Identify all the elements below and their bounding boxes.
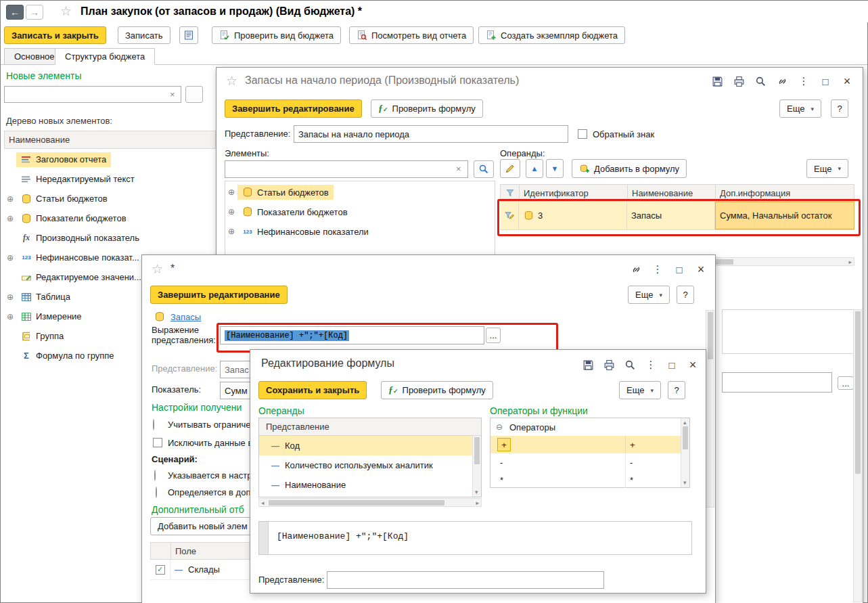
collapse-icon[interactable]: ⊖ <box>495 422 504 432</box>
maximize-icon[interactable]: □ <box>666 359 678 371</box>
search-extra-button[interactable] <box>185 86 203 103</box>
limit-radio[interactable] <box>153 419 154 430</box>
clear-search-icon[interactable]: × <box>170 89 175 99</box>
find-icon[interactable] <box>754 75 767 87</box>
tree-item[interactable]: ⊕ Показатели бюджетов <box>225 202 493 221</box>
operator-row[interactable]: * * <box>490 471 682 489</box>
save-close-button[interactable]: Записать и закрыть <box>4 26 106 44</box>
dialog-star-icon[interactable]: ☆ <box>226 73 237 89</box>
finish-edit-button[interactable]: Завершить редактирование <box>150 286 288 304</box>
expression-input[interactable]: [Наименование] +";"+[Код] <box>220 326 484 344</box>
print-icon[interactable] <box>733 75 745 87</box>
tree-item[interactable]: ⊕ 123Нефинансовые показатели <box>225 222 493 241</box>
save-icon[interactable] <box>711 75 723 87</box>
list-icon-button[interactable] <box>179 26 198 44</box>
presentation-input[interactable]: Запасы на начало периода <box>294 125 568 143</box>
tree-item[interactable]: Редактируемое значени... <box>4 267 139 287</box>
more-menu-icon[interactable]: ⋮ <box>645 359 657 371</box>
tree-item[interactable]: ⊕ Измерение <box>4 307 139 326</box>
exclude-checkbox[interactable] <box>153 438 162 447</box>
operand-item[interactable]: —Код <box>259 436 472 455</box>
operands-hscrollbar[interactable]: ◂ ▸ <box>258 498 482 507</box>
favorite-star-icon[interactable]: ☆ <box>60 3 72 19</box>
check-formula-button[interactable]: ƒ✓Проверить формулу <box>371 99 483 118</box>
tree-item[interactable]: ⊕ Статьи бюджетов <box>4 189 214 208</box>
maximize-icon[interactable]: □ <box>819 75 831 87</box>
operators-vscrollbar[interactable]: ▴ ▾ <box>681 418 689 487</box>
expand-icon[interactable]: ⊕ <box>4 214 16 223</box>
expand-icon[interactable]: ⊕ <box>4 194 16 204</box>
clear-search-icon[interactable]: × <box>456 164 461 174</box>
tree-item[interactable]: ⊕ Таблица <box>4 287 139 307</box>
scenario-add-radio[interactable] <box>156 487 157 498</box>
presentation-input[interactable] <box>327 571 604 589</box>
add-to-formula-button[interactable]: Добавить в формулу <box>572 159 687 178</box>
back-button[interactable]: ← <box>6 5 24 20</box>
choose-button[interactable]: ... <box>838 376 854 390</box>
choose-button[interactable]: ... <box>486 328 501 343</box>
operator-row[interactable]: + + <box>490 436 682 453</box>
expand-icon[interactable]: ⊕ <box>4 312 16 321</box>
forward-button[interactable]: → <box>26 5 43 20</box>
dialog-vscrollbar[interactable] <box>706 310 714 508</box>
elements-search-input[interactable] <box>225 160 468 178</box>
tab-structure[interactable]: Структура бюджета <box>55 48 155 65</box>
tree-item[interactable]: Группа <box>4 326 139 346</box>
dialog-vscrollbar[interactable] <box>853 309 862 602</box>
more-menu-icon[interactable]: ⋮ <box>798 75 810 87</box>
operator-row[interactable]: - - <box>490 453 682 471</box>
move-up-button[interactable]: ▲ <box>526 159 543 178</box>
help-button[interactable]: ? <box>831 99 848 118</box>
operand-item[interactable]: —Наименование <box>259 475 472 495</box>
create-budget-instance-button[interactable]: Создать экземпляр бюджета <box>478 26 625 44</box>
finish-edit-button[interactable]: Завершить редактирование <box>225 99 362 118</box>
close-icon[interactable]: × <box>687 359 699 371</box>
scenario-settings-radio[interactable] <box>154 470 156 481</box>
close-icon[interactable]: × <box>841 75 853 87</box>
reverse-sign-checkbox[interactable] <box>578 129 587 139</box>
operand-item[interactable]: —Количество используемых аналитик <box>259 455 472 475</box>
expand-icon[interactable]: ⊕ <box>4 253 16 263</box>
operators-group-row[interactable]: ⊖Операторы <box>490 418 682 436</box>
check-formula-button[interactable]: ƒ✓Проверить формулу <box>381 381 493 399</box>
maximize-icon[interactable]: □ <box>673 263 685 275</box>
tree-item[interactable]: Нередактируемый текст <box>4 169 214 189</box>
move-down-button[interactable]: ▼ <box>546 159 564 178</box>
operands-vscrollbar[interactable]: ▾ <box>472 436 481 497</box>
check-budget-view-button[interactable]: Проверить вид бюджета <box>212 26 341 44</box>
operand-row[interactable]: 3 Запасы Сумма, Начальный остаток <box>500 202 854 230</box>
help-button[interactable]: ? <box>668 381 685 399</box>
more-button[interactable]: Еще▾ <box>619 381 661 399</box>
row-checkbox[interactable]: ✓ <box>156 565 165 575</box>
expand-icon[interactable]: ⊕ <box>225 207 237 217</box>
more-button[interactable]: Еще▾ <box>779 99 821 118</box>
print-icon[interactable] <box>603 359 615 371</box>
search-button[interactable] <box>474 160 494 178</box>
view-report-button[interactable]: Посмотреть вид отчета <box>349 26 474 44</box>
close-icon[interactable]: × <box>695 263 707 275</box>
help-button[interactable]: ? <box>677 286 694 304</box>
find-icon[interactable] <box>624 359 636 371</box>
new-elements-search-input[interactable] <box>4 86 181 103</box>
tree-item[interactable]: ⊕ Статьи бюджетов <box>225 183 493 202</box>
save-icon[interactable] <box>582 359 594 371</box>
more-menu-icon[interactable]: ⋮ <box>652 263 664 275</box>
tree-item[interactable]: ⊕ Показатели бюджетов <box>4 208 214 228</box>
save-button[interactable]: Записать <box>118 26 170 44</box>
object-link[interactable]: Запасы <box>170 312 201 322</box>
edit-operand-button[interactable] <box>500 159 520 178</box>
more-button[interactable]: Еще▾ <box>628 286 670 304</box>
formula-text-area[interactable]: [Наименование] +";"+[Код] <box>258 521 692 555</box>
link-icon[interactable] <box>776 75 788 87</box>
save-close-button[interactable]: Сохранить и закрыть <box>258 381 367 399</box>
tree-item[interactable]: Заголовок отчета <box>4 150 214 169</box>
lower-field-fragment[interactable] <box>722 372 832 393</box>
link-icon[interactable] <box>630 263 642 275</box>
operands-more-button[interactable]: Еще▾ <box>806 159 848 178</box>
tree-item[interactable]: ΣФормула по группе <box>4 346 139 365</box>
expand-icon[interactable]: ⊕ <box>4 292 16 302</box>
dialog-star-icon[interactable]: ☆ <box>152 261 163 277</box>
tree-item[interactable]: fxПроизводный показатель <box>4 228 214 248</box>
expand-icon[interactable]: ⊕ <box>225 227 237 236</box>
expand-icon[interactable]: ⊕ <box>225 187 237 197</box>
